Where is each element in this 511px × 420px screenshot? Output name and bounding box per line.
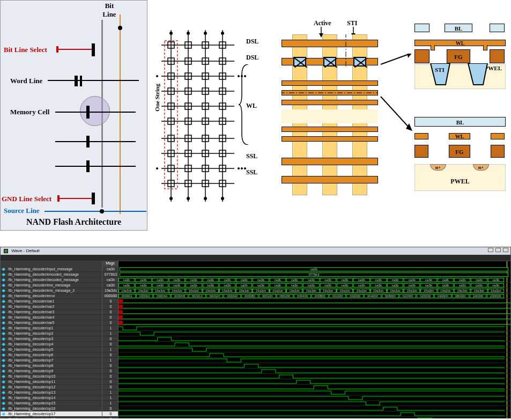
signal-icon (2, 327, 5, 330)
signal-value: ca3b (102, 277, 118, 283)
svg-marker-116 (2, 391, 5, 394)
signal-value-column[interactable]: Msgs ca3b0778b3ca3bca3b19a3dc00000000000… (102, 261, 119, 418)
signal-value: 0 (102, 374, 118, 379)
bitline-label: Bit Line (98, 2, 121, 19)
signal-row[interactable]: ▣/tb_Hamming_decoder/input_message (1, 267, 102, 272)
minimize-icon[interactable] (488, 248, 493, 252)
cb-wl: WL (449, 133, 470, 139)
svg-marker-112 (2, 370, 5, 373)
signal-row[interactable]: /tb_Hamming_decoder/op6 (1, 352, 102, 358)
mc-gate (86, 106, 90, 119)
svg-marker-117 (2, 396, 5, 400)
signal-row[interactable]: /tb_Hamming_decoder/op4 (1, 342, 102, 347)
signal-row[interactable]: /tb_Hamming_decoder/var5 (1, 320, 102, 326)
wl2-gate (86, 136, 90, 148)
signal-row[interactable]: ▣/tb_Hamming_decoder/enc_message (1, 283, 102, 288)
wave-window-icon (4, 249, 8, 253)
signal-icon (2, 343, 5, 347)
signal-row[interactable]: /tb_Hamming_decoder/op13 (1, 390, 102, 395)
wave-panel: Wave - Default ▣/tb_Hamming_decoder/inpu… (0, 247, 511, 418)
signal-row[interactable]: /tb_Hamming_decoder/op18 (1, 417, 102, 418)
ct-fg-l (414, 49, 429, 63)
signal-row[interactable]: /tb_Hamming_decoder/var4 (1, 315, 102, 320)
signal-icon (2, 321, 5, 325)
wave-toolbar (1, 255, 510, 261)
signal-row[interactable]: /tb_Hamming_decoder/op8 (1, 363, 102, 369)
signal-row[interactable]: /tb_Hamming_decoder/op1 (1, 326, 102, 331)
cb-fg-r (491, 145, 505, 158)
signal-icon (2, 396, 5, 400)
nand-title: NAND Flash Architecture (1, 217, 147, 227)
svg-marker-110 (2, 359, 5, 362)
signal-value: 0778b3 (102, 272, 118, 277)
wl-label: Word Line (10, 77, 42, 85)
signal-value: 1 (102, 358, 118, 363)
signal-row[interactable]: /tb_Hamming_decoder/op3 (1, 336, 102, 342)
signal-value: 1 (102, 390, 118, 395)
signal-row[interactable]: /tb_Hamming_decoder/var1 (1, 299, 102, 304)
svg-point-67 (241, 167, 243, 170)
signal-row[interactable]: /tb_Hamming_decoder/op12 (1, 385, 102, 390)
signal-row[interactable]: /tb_Hamming_decoder/op2 (1, 331, 102, 336)
signal-icon (2, 268, 5, 271)
svg-marker-119 (2, 407, 5, 410)
svg-marker-98 (2, 294, 5, 298)
signal-icon (2, 375, 5, 379)
svg-point-66 (238, 167, 240, 170)
signal-row[interactable]: /tb_Hamming_decoder/op11 (1, 379, 102, 385)
svg-marker-103 (2, 321, 5, 325)
signal-value: 000000 (102, 293, 118, 299)
signal-row[interactable]: ▣/tb_Hamming_decoder/decoded_message (1, 277, 102, 283)
svg-marker-99 (2, 300, 5, 303)
svg-marker-115 (2, 386, 5, 389)
bls-term (56, 46, 58, 53)
svg-point-57 (204, 32, 207, 35)
signal-row[interactable]: ▣/tb_Hamming_decoder/enc_message_2 (1, 288, 102, 293)
bls-label: Bit Line Select (4, 46, 47, 54)
top-row: Bit Line Bit Line Select Word Line Memor… (0, 0, 511, 231)
signal-icon (2, 407, 5, 411)
cb-n1: n+ (430, 164, 446, 171)
one-string-label: One String (154, 84, 160, 112)
signal-row[interactable]: /tb_Hamming_decoder/op7 (1, 358, 102, 363)
ct-wl-finger1 (431, 45, 435, 50)
signal-row[interactable]: /tb_Hamming_decoder/op9 (1, 369, 102, 374)
signal-row[interactable]: /tb_Hamming_decoder/var2 (1, 304, 102, 310)
mem-cell-highlight (80, 96, 110, 126)
ct-bl-l (414, 24, 429, 32)
wave-area[interactable]: ca3b0778b3ca3bca3bca3bca3bca3bca3bca3bca… (119, 261, 510, 418)
signal-row[interactable]: /tb_Hamming_decoder/op16 (1, 406, 102, 411)
signal-icon (2, 278, 5, 282)
wl2-wire (55, 141, 136, 142)
signal-value: ca3b (102, 267, 118, 272)
svg-point-56 (187, 32, 190, 35)
signal-icon (2, 316, 5, 320)
close-icon[interactable] (503, 248, 508, 252)
cb-bl: BL (414, 117, 506, 127)
signal-icon (2, 418, 5, 418)
svg-marker-95 (2, 278, 5, 282)
signal-row[interactable]: /tb_Hamming_decoder/op10 (1, 374, 102, 379)
maximize-icon[interactable] (495, 248, 501, 252)
signal-icon (2, 284, 5, 288)
cb-wl-r (491, 133, 505, 139)
signal-row[interactable]: /tb_Hamming_decoder/op14 (1, 395, 102, 401)
ct-sti: STI (414, 63, 506, 88)
signal-name-column[interactable]: ▣/tb_Hamming_decoder/input_message▣/tb_H… (1, 261, 102, 418)
signal-value: 0 (102, 310, 118, 315)
gls-term (57, 195, 60, 202)
layout-panel: One String (147, 0, 511, 231)
svg-line-89 (381, 97, 410, 129)
signal-row[interactable]: /tb_Hamming_decoder/op5 (1, 347, 102, 352)
signal-row[interactable]: /tb_Hamming_decoder/op17 (1, 411, 102, 417)
wl-wire (48, 80, 139, 81)
signal-value: 0 (102, 363, 118, 369)
signal-icon (2, 337, 5, 341)
msgs-header: Msgs (102, 261, 118, 267)
signal-row[interactable]: /tb_Hamming_decoder/op15 (1, 401, 102, 406)
signal-row[interactable]: ▣/tb_Hamming_decoder/encoded_message (1, 272, 102, 277)
signal-row[interactable]: ▣/tb_Hamming_decoder/error (1, 293, 102, 299)
signal-row[interactable]: /tb_Hamming_decoder/var3 (1, 310, 102, 315)
signal-value: 1 (102, 331, 118, 336)
svg-marker-107 (2, 343, 5, 346)
